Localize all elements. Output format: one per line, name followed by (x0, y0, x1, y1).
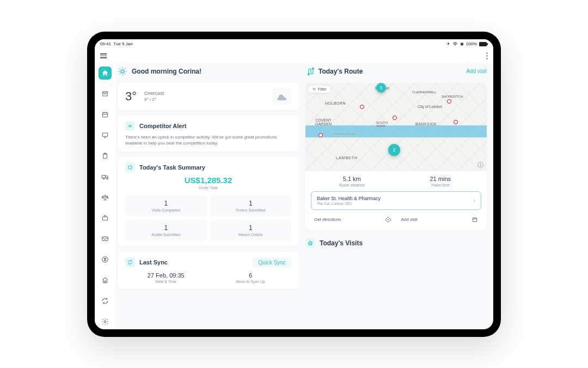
weather-card: 3° Overcast 9° / 2° (118, 83, 299, 110)
sidebar-item-presentation[interactable] (99, 129, 112, 142)
svg-point-14 (313, 68, 314, 69)
competitor-alert-card: Competitor Alert There's been an uptick … (118, 116, 299, 152)
cloud-icon (277, 93, 287, 100)
stat-return-orders: 1 Return Orders (210, 220, 292, 241)
sync-header-left: Last Sync (125, 257, 168, 267)
battery-label: 100% (466, 41, 477, 46)
map-label-city: City of London (418, 105, 442, 108)
map-marker-2[interactable]: 2 (388, 144, 400, 156)
alert-title: Competitor Alert (139, 123, 186, 129)
add-visit-button-bottom[interactable]: Add visit (398, 214, 482, 225)
briefcase-icon (101, 214, 109, 222)
last-sync-card: Last Sync Quick Sync 27 Feb, 09:35 Date … (118, 252, 299, 289)
tube-icon (318, 133, 323, 137)
weather-icon-box (273, 88, 291, 105)
task-summary-card: Today's Task Summary US$1,285.32 Order T… (118, 157, 299, 246)
screen: 09:41 Tue 9 Jan ✈ ◉ 100% (95, 39, 493, 329)
dollar-icon (101, 256, 109, 263)
tube-icon (360, 105, 364, 109)
svg-rect-8 (102, 237, 108, 240)
svg-rect-1 (487, 43, 488, 45)
route-travel-time: 21 mins Travel time (396, 176, 485, 187)
store-icon (101, 90, 109, 98)
route-stats: 5.1 km Route distance 21 mins Travel tim… (305, 171, 487, 191)
next-visit-card[interactable]: Baker St. Health & Pharmacy The Cut, Lon… (311, 191, 481, 210)
top-bar (95, 49, 493, 63)
greeting-row: Good morning Corina! (118, 65, 299, 77)
svg-rect-2 (102, 112, 107, 117)
sidebar-item-store[interactable] (99, 87, 112, 100)
next-visit-addr: The Cut, London, SE1 (317, 202, 381, 206)
sidebar-item-briefcase[interactable] (99, 212, 112, 225)
weather-hilo: 9° / 2° (144, 97, 156, 102)
sidebar-item-home[interactable] (99, 67, 112, 80)
task-icon (125, 162, 135, 172)
order-total-label: Order Total (125, 186, 291, 190)
map-marker-1[interactable]: 1 (376, 83, 386, 93)
tube-icon (447, 99, 451, 104)
route-icon (305, 67, 314, 76)
sidebar (95, 63, 115, 329)
sidebar-item-clipboard[interactable] (99, 149, 112, 162)
get-directions-button[interactable]: Get directions (311, 214, 395, 225)
sync-grid: 27 Feb, 09:35 Date & Time 6 Items to Syn… (125, 272, 291, 283)
menu-button[interactable] (100, 53, 107, 58)
tablet-frame: 09:41 Tue 9 Jan ✈ ◉ 100% (87, 32, 501, 337)
chevron-right-icon: › (474, 198, 475, 203)
status-right: ✈ ◉ 100% (446, 41, 488, 46)
map-label-waterloo: Waterloo Bridge (333, 132, 356, 135)
route-title: Today's Route (318, 68, 363, 75)
clipboard-icon (101, 152, 109, 160)
calendar-icon (101, 111, 109, 118)
svg-rect-0 (479, 42, 487, 46)
content: Good morning Corina! 3° Overcast 9° / 2° (115, 63, 493, 329)
battery-icon (479, 42, 488, 46)
svg-rect-6 (102, 175, 105, 178)
tube-icon (454, 120, 458, 124)
wifi-icon (452, 42, 458, 46)
sync-icon (101, 297, 109, 305)
status-bar: 09:41 Tue 9 Jan ✈ ◉ 100% (95, 39, 493, 49)
map-label-lambeth: LAMBETH (336, 156, 358, 160)
add-visit-button-top[interactable]: Add visit (466, 68, 487, 74)
sync-items: 6 Items to Sync Up (210, 272, 292, 283)
quick-sync-button[interactable]: Quick Sync (253, 257, 291, 268)
weather-left: 3° Overcast 9° / 2° (125, 89, 164, 104)
sync-card-icon (125, 257, 135, 267)
route-header: Today's Route Add visit (305, 65, 487, 77)
svg-rect-7 (102, 216, 107, 220)
presentation-icon (101, 131, 109, 139)
sync-datetime: 27 Feb, 09:35 Date & Time (125, 272, 207, 283)
sidebar-item-sync[interactable] (99, 294, 112, 307)
sidebar-item-money[interactable] (99, 253, 112, 266)
alert-icon (125, 121, 135, 131)
map-filter-button[interactable]: Filter (309, 86, 330, 93)
alert-text: There's been an uptick in competitor act… (125, 134, 291, 146)
sidebar-item-calendar[interactable] (99, 108, 112, 121)
route-actions: Get directions Add visit (305, 214, 487, 231)
sun-icon (118, 67, 127, 76)
sidebar-item-settings[interactable] (99, 315, 112, 328)
right-column: Today's Route Add visit Filter Islington… (305, 65, 487, 323)
scale-icon (101, 194, 109, 201)
sidebar-item-delivery[interactable] (99, 170, 112, 183)
svg-rect-12 (128, 166, 132, 169)
directions-icon (385, 216, 391, 223)
sidebar-item-scale[interactable] (99, 191, 112, 204)
svg-point-11 (121, 70, 124, 73)
sidebar-item-building[interactable] (99, 274, 112, 287)
weather-info: Overcast 9° / 2° (144, 91, 164, 102)
sync-title: Last Sync (139, 259, 168, 266)
map-view[interactable]: Filter Islington City of London LAMBETH … (305, 83, 487, 171)
stat-audits-submitted: 1 Audits Submitted (125, 220, 207, 241)
svg-rect-3 (102, 132, 107, 136)
task-stat-grid: 1 Visits Completed 1 Orders Submitted 1 … (125, 195, 291, 241)
left-column: Good morning Corina! 3° Overcast 9° / 2° (118, 65, 299, 323)
map-info-icon[interactable]: ⓘ (477, 161, 483, 169)
status-time: 09:41 (100, 41, 111, 46)
main-area: Good morning Corina! 3° Overcast 9° / 2° (95, 63, 493, 329)
overflow-button[interactable] (486, 52, 488, 59)
home-icon (101, 69, 109, 77)
todays-visits-title: Today's Visits (320, 239, 363, 247)
sidebar-item-mail[interactable] (99, 232, 112, 245)
